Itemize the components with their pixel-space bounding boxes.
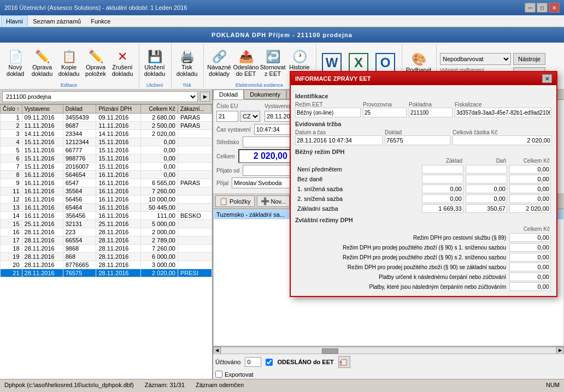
castka-label: Celková částka Kč xyxy=(453,129,552,135)
evidovana-title: Evidovaná tržba xyxy=(295,121,552,127)
zvl-celkem-cell xyxy=(508,282,552,292)
bezny-label: 2. snížená sazba xyxy=(295,194,421,204)
bezny-celkem-cell xyxy=(508,194,552,204)
bezny-label: Není předmětem xyxy=(295,164,421,174)
bezny-dan-input[interactable] xyxy=(466,185,507,193)
zvl-celkem-cell xyxy=(508,252,552,262)
identifikace-title: Identifikace xyxy=(295,93,552,99)
zvl-celkem-cell xyxy=(508,242,552,252)
bezny-row: 1. snížená sazba xyxy=(295,184,552,194)
doklad-ev-col: Doklad xyxy=(385,129,450,145)
doklad-ev-input[interactable] xyxy=(385,135,450,145)
bezny-celkem-cell xyxy=(508,184,552,194)
modal-close-button[interactable]: ✕ xyxy=(542,74,552,83)
zvl-celkem-input[interactable] xyxy=(509,272,551,281)
bezny-zaklad-input[interactable] xyxy=(422,194,463,203)
zvl-celkem-input[interactable] xyxy=(509,263,551,271)
zvl-celkem-cell xyxy=(508,233,552,242)
bezny-celkem-input[interactable] xyxy=(509,185,551,193)
zvlastni-row: Platby, které jsou následným čerpáním ne… xyxy=(295,282,552,292)
bezny-dan-input[interactable] xyxy=(466,175,507,183)
zvl-celkem-input[interactable] xyxy=(509,243,551,252)
bezny-dan-cell xyxy=(465,194,508,204)
bezny-label: Bez daně xyxy=(295,174,421,184)
bezny-title: Běžný režim DPH xyxy=(295,149,552,155)
zvl-label: Režim DPH pro prodej použitého zboží (§ … xyxy=(295,252,508,262)
zvl-label: Platby, které jsou následným čerpáním ne… xyxy=(295,282,508,292)
zvlastni-row: Platby určené k následnému čerpání nebo … xyxy=(295,272,552,282)
bezny-dan-cell xyxy=(465,204,508,213)
bezny-zaklad-cell xyxy=(421,164,465,174)
bezny-celkem-cell xyxy=(508,174,552,184)
bezny-col-zaklad: Základ xyxy=(421,157,465,164)
bezny-col-celkem: Celkem Kč xyxy=(508,157,552,164)
rezim-label-col: Režim EET xyxy=(295,102,361,117)
zvlastni-row: Režim DPH pro cestovní službu (§ 89) xyxy=(295,233,552,242)
bezny-dan-input[interactable] xyxy=(466,194,507,203)
datum-col: Datum a čas xyxy=(295,129,383,145)
bezny-table: Základ Daň Celkem Kč Není předmětem Bez … xyxy=(295,157,552,213)
bezny-col-dan: Daň xyxy=(465,157,508,164)
rezim-label: Režim EET xyxy=(295,102,361,108)
zvlastni-title: Zvláštní režimy DPH xyxy=(295,217,552,223)
bezny-celkem-input[interactable] xyxy=(509,194,551,203)
bezny-zaklad-cell xyxy=(421,204,465,213)
zvl-label: Režim DPH pro prodej použitého zboží (§ … xyxy=(295,262,508,272)
modal-title-bar: INFORMACE ZPRÁVY EET ✕ xyxy=(291,72,556,85)
zvl-label: Režim DPH pro cestovní službu (§ 89) xyxy=(295,233,508,242)
zvlastni-row: Režim DPH pro prodej použitého zboží (§ … xyxy=(295,242,552,252)
rezim-input[interactable] xyxy=(295,108,361,117)
castka-col: Celková částka Kč xyxy=(453,129,552,145)
bezny-zaklad-cell xyxy=(421,194,465,204)
bezny-row: Základní sazba xyxy=(295,204,552,213)
bezny-celkem-input[interactable] xyxy=(509,175,551,183)
zvl-label: Platby určené k následnému čerpání nebo … xyxy=(295,272,508,282)
bezny-row: Bez daně xyxy=(295,174,552,184)
fiskalizace-input[interactable] xyxy=(455,108,552,117)
zvl-col-celkem: Celkem Kč xyxy=(508,225,552,233)
id-section: Režim EET Provozovna Pokladna Fiskalizac… xyxy=(295,102,552,117)
bezny-row: 2. snížená sazba xyxy=(295,194,552,204)
bezny-zaklad-input[interactable] xyxy=(422,175,463,183)
bezny-col-label xyxy=(295,157,421,164)
bezny-celkem-input[interactable] xyxy=(509,165,551,174)
pokladna-input[interactable] xyxy=(409,108,453,117)
pokladna-col: Pokladna xyxy=(409,102,453,117)
provozovna-input[interactable] xyxy=(363,108,407,117)
bezny-zaklad-input[interactable] xyxy=(422,165,463,174)
castka-input[interactable] xyxy=(453,135,552,145)
bezny-zaklad-cell xyxy=(421,174,465,184)
zvl-celkem-cell xyxy=(508,262,552,272)
zvl-celkem-cell xyxy=(508,272,552,282)
bezny-row: Není předmětem xyxy=(295,164,552,174)
evidovana-section: Datum a čas Doklad Celková částka Kč xyxy=(295,129,552,145)
bezny-dan-input[interactable] xyxy=(466,204,507,213)
zvl-celkem-input[interactable] xyxy=(509,282,551,291)
zvl-col-label xyxy=(295,225,508,233)
datum-input[interactable] xyxy=(295,135,383,145)
datum-label: Datum a čas xyxy=(295,129,383,135)
bezny-dan-cell xyxy=(465,164,508,174)
bezny-zaklad-input[interactable] xyxy=(422,204,463,213)
pokladna-label: Pokladna xyxy=(409,102,453,108)
bezny-celkem-cell xyxy=(508,164,552,174)
bezny-celkem-input[interactable] xyxy=(509,204,551,213)
bezny-zaklad-input[interactable] xyxy=(422,185,463,193)
bezny-celkem-cell xyxy=(508,204,552,213)
zvl-label: Režim DPH pro prodej použitého zboží (§ … xyxy=(295,242,508,252)
bezny-label: 1. snížená sazba xyxy=(295,184,421,194)
bezny-zaklad-cell xyxy=(421,184,465,194)
bezny-label: Základní sazba xyxy=(295,204,421,213)
fiskalizace-col: Fiskalizace xyxy=(455,102,552,117)
zvlastni-table: Celkem Kč Režim DPH pro cestovní službu … xyxy=(295,225,552,292)
zvl-celkem-input[interactable] xyxy=(509,233,551,242)
doklad-ev-label: Doklad xyxy=(385,129,450,135)
modal-title: INFORMACE ZPRÁVY EET xyxy=(295,75,371,82)
bezny-dan-cell xyxy=(465,174,508,184)
modal-overlay: INFORMACE ZPRÁVY EET ✕ Identifikace Reži… xyxy=(0,0,564,392)
bezny-dan-input[interactable] xyxy=(466,165,507,174)
fiskalizace-label: Fiskalizace xyxy=(455,102,552,108)
zvl-celkem-input[interactable] xyxy=(509,253,551,262)
zvlastni-row: Režim DPH pro prodej použitého zboží (§ … xyxy=(295,252,552,262)
zvlastni-row: Režim DPH pro prodej použitého zboží (§ … xyxy=(295,262,552,272)
